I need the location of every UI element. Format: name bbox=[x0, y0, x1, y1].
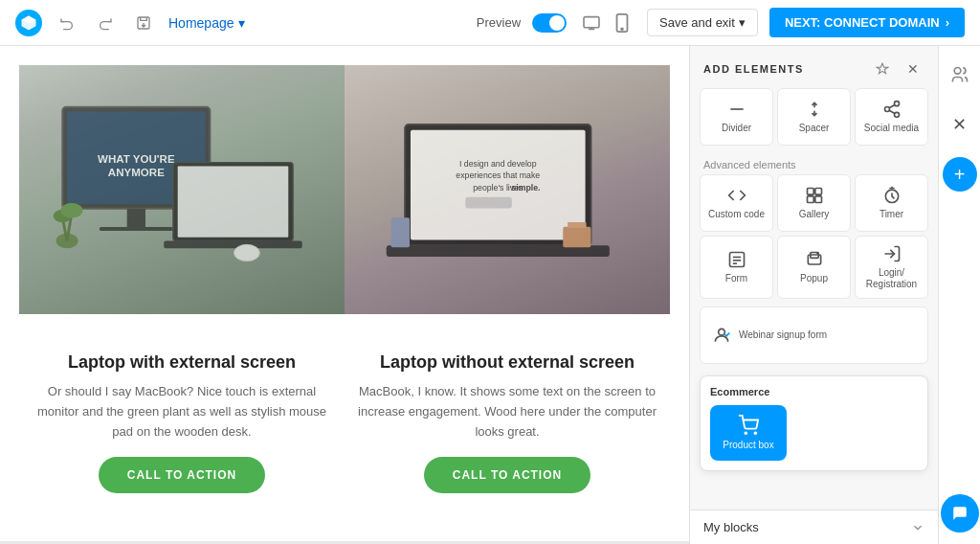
social-media-label: Social media bbox=[864, 123, 919, 134]
svg-rect-37 bbox=[814, 189, 821, 195]
svg-line-47 bbox=[816, 253, 818, 255]
right-info-description: MacBook, I know. It shows some text on t… bbox=[354, 382, 660, 442]
panel-close-button[interactable]: ✕ bbox=[902, 57, 924, 80]
svg-text:simple.: simple. bbox=[511, 183, 540, 193]
desktop-view-button[interactable] bbox=[578, 10, 605, 36]
svg-point-33 bbox=[894, 102, 899, 106]
element-custom-code[interactable]: Custom code bbox=[700, 174, 773, 232]
svg-point-17 bbox=[60, 202, 82, 216]
save-exit-label: Save and exit bbox=[659, 15, 735, 30]
element-popup[interactable]: Popup bbox=[777, 236, 851, 299]
right-info-title: Laptop without external screen bbox=[354, 352, 660, 373]
divider-label: Divider bbox=[722, 123, 751, 134]
redo-button[interactable] bbox=[92, 10, 119, 36]
save-exit-button[interactable]: Save and exit ▾ bbox=[647, 9, 758, 36]
panel-title: ADD ELEMENTS bbox=[703, 63, 804, 75]
contacts-icon-button[interactable] bbox=[943, 57, 977, 92]
left-info-description: Or should I say MacBook? Nice touch is e… bbox=[29, 382, 335, 442]
canvas-content: WHAT YOU'RE ANYMORE bbox=[0, 46, 689, 541]
svg-text:WHAT YOU'RE: WHAT YOU'RE bbox=[98, 152, 175, 164]
chat-support-button[interactable] bbox=[941, 494, 979, 533]
element-gallery[interactable]: Gallery bbox=[777, 174, 851, 232]
svg-point-50 bbox=[754, 432, 756, 434]
product-box-icon bbox=[738, 415, 759, 436]
add-element-floating-button[interactable]: + bbox=[943, 157, 977, 192]
svg-rect-28 bbox=[568, 222, 586, 228]
webinar-row: Webinar signup form bbox=[690, 306, 938, 372]
next-arrow: › bbox=[946, 15, 949, 30]
ecommerce-section: Ecommerce Product box bbox=[700, 375, 928, 471]
svg-text:I design and develop: I design and develop bbox=[459, 159, 537, 169]
main-area: WHAT YOU'RE ANYMORE bbox=[0, 46, 980, 544]
webinar-label: Webinar signup form bbox=[739, 329, 827, 341]
preview-label: Preview bbox=[477, 15, 521, 30]
toolbar: Homepage ▾ Preview Save and exit ▾ bbox=[0, 0, 980, 46]
side-panel: ✕ + bbox=[938, 46, 980, 544]
svg-point-18 bbox=[234, 244, 259, 261]
undo-button[interactable] bbox=[54, 10, 80, 36]
svg-rect-25 bbox=[465, 197, 512, 209]
svg-point-49 bbox=[745, 432, 746, 434]
element-timer[interactable]: Timer bbox=[855, 174, 928, 232]
right-info-box: Laptop without external screen MacBook, … bbox=[354, 352, 660, 493]
laptop-right-placeholder: I design and develop experiences that ma… bbox=[345, 65, 670, 314]
panel-header: ADD ELEMENTS ✕ bbox=[690, 46, 938, 88]
close-panel-button[interactable]: ✕ bbox=[943, 107, 977, 142]
timer-label: Timer bbox=[880, 209, 903, 220]
laptop-left-placeholder: WHAT YOU'RE ANYMORE bbox=[19, 65, 345, 314]
right-cta-button[interactable]: CALL TO ACTION bbox=[424, 457, 590, 493]
toolbar-left: Homepage ▾ bbox=[15, 10, 465, 36]
mobile-view-button[interactable] bbox=[609, 10, 635, 36]
element-form[interactable]: Form bbox=[700, 236, 773, 299]
save-indicator bbox=[130, 10, 157, 36]
svg-point-51 bbox=[954, 68, 961, 75]
panel-pin-button[interactable] bbox=[871, 57, 894, 80]
advanced-elements-label: Advanced elements bbox=[690, 153, 938, 174]
logo-icon[interactable] bbox=[15, 10, 42, 36]
element-login-registration[interactable]: Login/ Registration bbox=[855, 236, 928, 299]
basic-elements-grid-bottom: Divider Spacer Social media bbox=[690, 88, 938, 153]
device-icons bbox=[578, 10, 635, 36]
my-blocks-row[interactable]: My blocks bbox=[690, 510, 938, 544]
svg-rect-38 bbox=[807, 196, 813, 203]
svg-rect-1 bbox=[584, 16, 599, 27]
element-product-box[interactable]: Product box bbox=[710, 405, 787, 461]
svg-rect-36 bbox=[807, 189, 813, 195]
page-name-selector[interactable]: Homepage ▾ bbox=[168, 15, 245, 31]
svg-rect-8 bbox=[126, 208, 145, 226]
laptop-right-image: I design and develop experiences that ma… bbox=[345, 65, 670, 314]
product-box-label: Product box bbox=[723, 440, 773, 451]
ecommerce-title: Ecommerce bbox=[710, 386, 918, 397]
next-label: NEXT: CONNECT DOMAIN bbox=[785, 15, 940, 30]
svg-text:ANYMORE: ANYMORE bbox=[107, 167, 164, 178]
svg-rect-9 bbox=[99, 227, 172, 231]
svg-point-48 bbox=[719, 329, 725, 335]
element-social-media[interactable]: Social media bbox=[855, 88, 928, 146]
save-exit-chevron: ▾ bbox=[739, 15, 746, 30]
canvas: WHAT YOU'RE ANYMORE bbox=[0, 46, 689, 544]
form-label: Form bbox=[725, 273, 747, 284]
panel-header-icons: ✕ bbox=[871, 57, 924, 80]
custom-code-label: Custom code bbox=[708, 209, 765, 220]
toolbar-right: Preview Save and exit ▾ NEXT: CONNECT DO… bbox=[477, 8, 965, 37]
svg-rect-11 bbox=[177, 166, 288, 237]
laptop-left-image: WHAT YOU'RE ANYMORE bbox=[19, 65, 345, 314]
element-spacer[interactable]: Spacer bbox=[777, 88, 851, 146]
left-info-box: Laptop with external screen Or should I … bbox=[29, 352, 335, 493]
svg-point-35 bbox=[894, 112, 899, 117]
element-webinar-signup[interactable]: Webinar signup form bbox=[700, 306, 928, 364]
login-registration-label: Login/ Registration bbox=[859, 267, 924, 290]
preview-toggle[interactable] bbox=[532, 13, 567, 33]
info-section: Laptop with external screen Or should I … bbox=[19, 333, 670, 512]
svg-point-34 bbox=[884, 107, 889, 112]
gallery-label: Gallery bbox=[799, 209, 830, 220]
laptops-row: WHAT YOU'RE ANYMORE bbox=[19, 65, 670, 314]
my-blocks-chevron bbox=[911, 521, 924, 534]
left-info-title: Laptop with external screen bbox=[29, 352, 335, 373]
svg-rect-27 bbox=[563, 227, 590, 247]
next-connect-domain-button[interactable]: NEXT: CONNECT DOMAIN › bbox=[769, 8, 965, 37]
popup-label: Popup bbox=[800, 273, 828, 284]
page-name-chevron: ▾ bbox=[238, 15, 245, 31]
left-cta-button[interactable]: CALL TO ACTION bbox=[99, 457, 265, 493]
element-divider[interactable]: Divider bbox=[700, 88, 773, 146]
